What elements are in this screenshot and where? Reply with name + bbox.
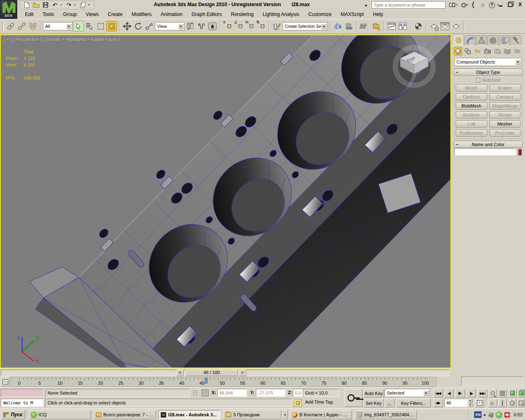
autogrid-checkbox[interactable]: [476, 78, 480, 82]
object-type-conform-button[interactable]: Conform: [456, 93, 487, 100]
menu-lighting-analysis[interactable]: Lighting Analysis: [258, 11, 304, 18]
maximize-viewport-icon[interactable]: [518, 399, 525, 407]
geometry-category-icon[interactable]: [454, 47, 462, 55]
search-icon[interactable]: [447, 1, 454, 9]
default-tangent-icon[interactable]: [385, 399, 395, 407]
task-image-viewer[interactable]: img_834977_9362484_5...: [354, 410, 417, 419]
menu-edit[interactable]: Edit: [21, 11, 38, 18]
close-button[interactable]: [517, 2, 523, 7]
window-crossing-toggle-icon[interactable]: [106, 21, 117, 32]
menu-group[interactable]: Group: [59, 11, 81, 18]
menu-maxscript[interactable]: MAXScript: [336, 11, 368, 18]
selection-filter-dropdown[interactable]: All: [43, 22, 73, 30]
task-3dsmax[interactable]: Ml28.max - Autodesk 3...: [158, 410, 221, 419]
viewport-label[interactable]: [ + ] [ Perspective ] [ Smooth + Highlig…: [4, 37, 120, 42]
bind-to-spacewarp-icon[interactable]: [27, 21, 38, 32]
redo-dropdown-icon[interactable]: [74, 3, 78, 7]
cameras-category-icon[interactable]: [483, 47, 492, 55]
help-icon[interactable]: [488, 1, 495, 9]
object-type-shapemerge-button[interactable]: ShapeMerge: [489, 102, 521, 110]
tray-avira-icon[interactable]: [504, 411, 511, 418]
motion-tab[interactable]: [487, 35, 498, 46]
object-type-loft-button[interactable]: Loft: [456, 120, 487, 128]
task-icq[interactable]: ICQ: [29, 410, 91, 419]
select-and-manipulate-icon[interactable]: [196, 21, 207, 32]
viewcube[interactable]: TOP: [390, 41, 439, 90]
task-firefox[interactable]: В Контакте | Аудио - М...: [290, 410, 352, 419]
previous-frame-button[interactable]: <: [176, 370, 184, 376]
restore-button[interactable]: [507, 2, 514, 7]
frame-spinner[interactable]: ▲▼: [468, 399, 472, 407]
mini-curve-editor-button[interactable]: [1, 377, 10, 386]
orbit-icon[interactable]: [508, 399, 517, 407]
align-icon[interactable]: [344, 21, 354, 32]
x-coordinate-field[interactable]: [217, 389, 247, 397]
curve-editor-icon[interactable]: [386, 21, 397, 32]
systems-category-icon[interactable]: [513, 47, 521, 55]
open-file-icon[interactable]: [32, 1, 40, 9]
selection-lock-icon[interactable]: [191, 389, 199, 397]
render-setup-icon[interactable]: [429, 21, 439, 32]
fetch-dropdown-icon[interactable]: [88, 3, 91, 7]
select-and-rotate-icon[interactable]: [133, 21, 144, 32]
object-category-dropdown[interactable]: Compound Objects: [454, 58, 522, 66]
animation-selection-set-dropdown[interactable]: Selected: [385, 389, 430, 397]
y-coordinate-field[interactable]: [256, 389, 285, 397]
menu-help[interactable]: Help: [368, 11, 388, 18]
save-file-icon[interactable]: [41, 1, 50, 9]
snaps-toggle-3d-icon[interactable]: 3Ω: [223, 21, 233, 32]
menu-graph-editors[interactable]: Graph Editors: [187, 11, 226, 18]
play-button[interactable]: [455, 389, 465, 397]
time-configuration-icon[interactable]: [475, 399, 484, 407]
tray-tool-icon[interactable]: [488, 411, 494, 418]
menu-animation[interactable]: Animation: [156, 11, 187, 18]
set-key-button[interactable]: Set Key: [363, 399, 384, 407]
tray-icq-icon[interactable]: [496, 411, 502, 418]
adaptive-degradation-icon[interactable]: [294, 399, 302, 407]
material-editor-icon[interactable]: [413, 21, 424, 32]
object-type-mesher-button[interactable]: Mesher: [489, 120, 521, 128]
key-mode-toggle[interactable]: [433, 399, 443, 407]
modify-tab[interactable]: [464, 35, 475, 46]
named-selection-set-dropdown[interactable]: Create Selection Se: [283, 22, 328, 30]
explorer-group-dropdown-icon[interactable]: [282, 410, 288, 419]
lights-category-icon[interactable]: [473, 47, 482, 55]
subscription-key-icon[interactable]: [461, 1, 468, 9]
menu-views[interactable]: Views: [81, 11, 103, 18]
schematic-view-icon[interactable]: [397, 21, 408, 32]
mirror-icon[interactable]: [333, 21, 343, 32]
container-explorer-icon[interactable]: [371, 21, 381, 32]
pan-icon[interactable]: [498, 399, 507, 407]
zoom-all-icon[interactable]: [498, 389, 507, 397]
rendered-frame-window-icon[interactable]: [440, 21, 450, 32]
object-type-scatter-button[interactable]: Scatter: [489, 84, 521, 91]
infocenter-expander-icon[interactable]: [363, 1, 370, 9]
taskbar-clock[interactable]: 0:02: [512, 412, 523, 417]
object-type-terrain-button[interactable]: Terrain: [489, 111, 521, 119]
absolute-offset-mode-icon[interactable]: [201, 389, 209, 397]
menu-tools[interactable]: Tools: [38, 11, 59, 18]
minimize-button[interactable]: [497, 2, 504, 7]
toolbar-grip[interactable]: [2, 21, 4, 32]
use-pivot-point-center-icon[interactable]: [185, 21, 196, 32]
object-color-swatch[interactable]: [518, 149, 522, 155]
app-menu-button[interactable]: 3DS: [0, 0, 17, 19]
hierarchy-tab[interactable]: [476, 35, 487, 46]
language-indicator[interactable]: EN: [474, 411, 482, 418]
named-selection-sets-icon[interactable]: { }ABC: [272, 21, 282, 32]
go-to-end-button[interactable]: [477, 389, 487, 397]
create-tab[interactable]: [453, 34, 464, 46]
angle-snap-icon[interactable]: ∠Ω: [234, 21, 244, 32]
object-type-connect-button[interactable]: Connect: [489, 93, 521, 100]
field-of-view-icon[interactable]: [488, 399, 497, 407]
engine-block-model[interactable]: [1, 35, 450, 368]
key-filters-button[interactable]: Key Filters...: [396, 399, 431, 407]
object-type-rollout-header[interactable]: − Object Type: [454, 68, 523, 75]
zoom-icon[interactable]: [488, 389, 497, 397]
shapes-category-icon[interactable]: [463, 47, 472, 55]
start-button[interactable]: Пуск: [1, 410, 25, 419]
track-bar-ruler[interactable]: 0510152025303540455055606570758085909510…: [11, 377, 436, 387]
select-and-move-icon[interactable]: [122, 21, 132, 32]
task-explorer-group[interactable]: 5 Проводник: [223, 410, 281, 419]
select-and-link-icon[interactable]: [5, 21, 16, 32]
